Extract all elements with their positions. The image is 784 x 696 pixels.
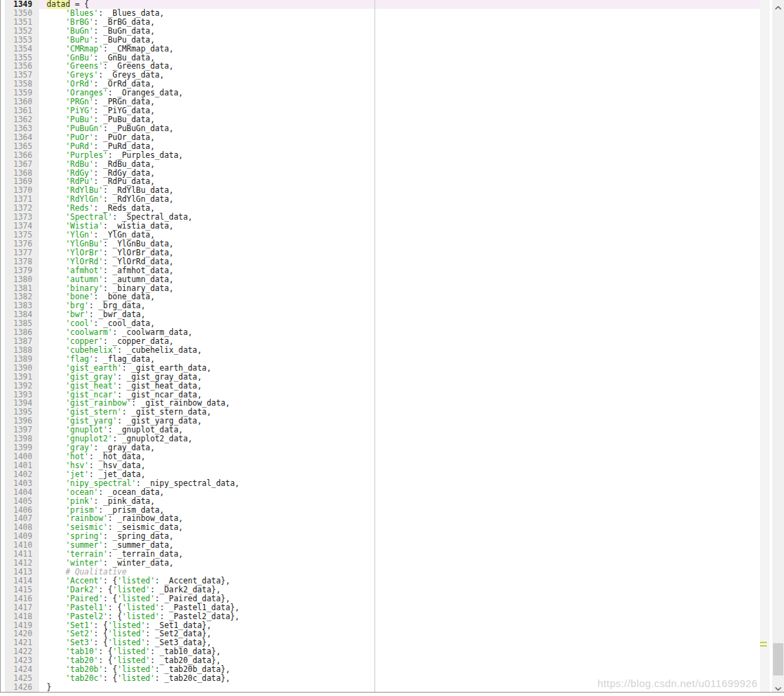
code-token: : _Oranges_data, (108, 88, 183, 97)
code-token: : _jet_data, (89, 469, 145, 479)
code-token (47, 61, 65, 71)
code-token: : _spring_data, (103, 531, 174, 541)
string-token: 'Spectral' (65, 212, 112, 222)
chevron-down-icon (775, 680, 781, 693)
line-number: 1417 (5, 603, 39, 612)
line-code: 'winter': _winter_data, (39, 559, 760, 568)
code-token (47, 97, 65, 106)
string-token: 'PuBu' (65, 115, 93, 124)
code-token (47, 505, 65, 515)
code-token (47, 620, 65, 630)
line-number: 1414 (5, 577, 39, 585)
code-token: : _YlOrBr_data, (103, 248, 174, 257)
code-token: : { (103, 673, 117, 683)
code-token: : _Set3_data}, (145, 638, 211, 647)
code-token: : _Paired_data}, (155, 594, 230, 603)
string-token: 'ocean' (65, 487, 98, 497)
code-token (47, 469, 65, 479)
code-token: : _coolwarm_data, (112, 327, 193, 337)
code-token: : _YlOrRd_data, (103, 257, 174, 266)
code-token (47, 70, 65, 80)
code-token (47, 390, 65, 399)
code-token: : _Pastel1_data}, (160, 603, 240, 612)
code-token: : { (103, 594, 117, 603)
line-number: 1352 (5, 27, 39, 36)
line-number: 1418 (5, 612, 39, 621)
code-token: : _RdBu_data, (94, 159, 155, 169)
code-token: : _CMRmap_data, (103, 44, 174, 54)
code-token (47, 310, 65, 319)
line-number: 1365 (5, 142, 39, 151)
code-token (47, 425, 65, 434)
code-token (47, 443, 65, 452)
string-token: 'bone' (65, 292, 93, 301)
code-token: : _bwr_data, (89, 310, 145, 319)
string-token: 'gist_heat' (65, 381, 117, 391)
code-token (47, 53, 65, 62)
marker-margin-strip (760, 0, 770, 692)
code-token: : _BuPu_data, (94, 35, 155, 45)
code-token (47, 176, 65, 186)
string-token: 'BuPu' (65, 35, 93, 45)
code-token (47, 8, 65, 18)
string-token: 'GnBu' (65, 53, 93, 62)
string-token: 'hsv' (65, 461, 88, 470)
code-token: : _PuBuGn_data, (103, 124, 174, 133)
string-token: 'Dark2' (65, 585, 98, 594)
code-token (47, 638, 65, 647)
code-token (47, 44, 65, 54)
line-number: 1377 (5, 248, 39, 257)
string-token: 'listed' (112, 656, 150, 665)
code-token: : _Set2_data}, (145, 629, 211, 638)
string-token: 'BuGn' (65, 26, 93, 36)
string-token: 'Set2' (65, 629, 93, 638)
line-number: 1351 (5, 18, 39, 27)
string-token: 'Accent' (65, 576, 103, 585)
code-token: : _Greens_data, (103, 61, 174, 71)
code-token (47, 124, 65, 133)
string-token: 'binary' (65, 283, 103, 293)
string-token: 'cubehelix' (65, 345, 117, 355)
code-token (47, 318, 65, 328)
line-number: 1403 (5, 479, 39, 488)
code-token: : _gray_data, (94, 443, 155, 452)
code-token: : _GnBu_data, (94, 53, 155, 62)
code-token: : _gist_heat_data, (117, 381, 202, 391)
code-token: : _Pastel2_data}, (160, 612, 240, 621)
string-token: 'RdBu' (65, 159, 93, 169)
code-token: : _RdGy_data, (94, 168, 155, 178)
line-number: 1405 (5, 497, 39, 506)
string-token: 'PiYG' (65, 106, 93, 115)
vertical-scrollbar[interactable] (772, 0, 784, 692)
string-token: 'listed' (122, 612, 160, 621)
string-token: 'PRGn' (65, 97, 93, 106)
line-number: 1392 (5, 382, 39, 391)
line-number: 1390 (5, 364, 39, 373)
code-token: : _flag_data, (94, 354, 155, 364)
string-token: 'summer' (65, 540, 103, 550)
code-token (47, 416, 65, 426)
code-token: : { (94, 620, 108, 630)
line-number: 1366 (5, 151, 39, 160)
scrollbar-thumb[interactable] (773, 643, 783, 675)
line-number: 1367 (5, 160, 39, 169)
line-number: 1401 (5, 461, 39, 470)
code-token (47, 292, 65, 301)
code-token (47, 585, 65, 594)
code-token: : _PuOr_data, (94, 132, 155, 142)
line-number: 1380 (5, 275, 39, 284)
scroll-down-button[interactable] (772, 681, 784, 692)
scroll-up-button[interactable] (772, 0, 784, 11)
code-token (47, 558, 65, 568)
code-token: : _PiYG_data, (94, 106, 155, 115)
string-token: 'copper' (65, 336, 103, 346)
code-token (47, 257, 65, 266)
code-token: : _terrain_data, (108, 549, 183, 559)
code-editor-area[interactable]: 1349datad = {1350 'Blues': _Blues_data,1… (0, 0, 760, 692)
string-token: 'PuRd' (65, 141, 93, 151)
code-token: : { (108, 603, 122, 612)
code-token (47, 540, 65, 550)
code-token (47, 647, 65, 656)
code-token (47, 452, 65, 461)
code-token: : _Reds_data, (94, 203, 155, 213)
